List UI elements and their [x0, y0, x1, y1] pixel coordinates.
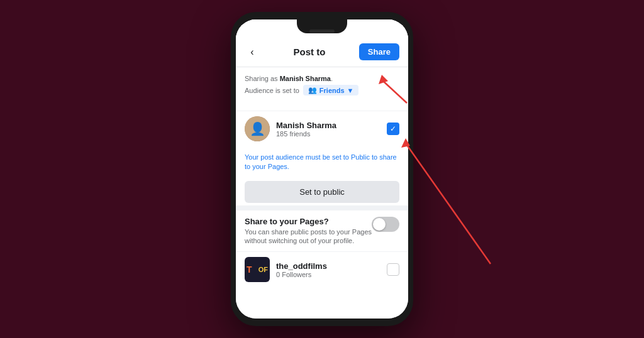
user-name: Manish Sharma — [276, 121, 387, 130]
audience-selector[interactable]: 👥 Friends ▼ — [303, 85, 359, 95]
user-friends: 185 friends — [276, 130, 387, 138]
pages-toggle[interactable] — [372, 217, 399, 232]
user-row[interactable]: Manish Sharma 185 friends ✓ — [236, 111, 408, 146]
friends-icon: 👥 — [308, 86, 317, 94]
page-logo — [245, 257, 270, 282]
audience-label: Audience is set to — [245, 87, 299, 94]
audience-row: Audience is set to 👥 Friends ▼ — [245, 85, 399, 95]
user-checkbox[interactable]: ✓ — [387, 123, 399, 135]
phone-frame: ‹ Post to Share Sharing as Manish Sharma… — [231, 12, 413, 326]
phone-speaker — [309, 30, 335, 33]
page-name: the_oddfilms — [276, 261, 387, 271]
audience-value: Friends — [319, 87, 345, 94]
pages-desc: You can share public posts to your Pages… — [245, 227, 372, 246]
pages-text: Share to your Pages? You can share publi… — [245, 217, 372, 246]
page-info: the_oddfilms 0 Followers — [276, 261, 387, 278]
page-checkbox[interactable] — [387, 263, 399, 276]
sharing-as-text: Sharing as Manish Sharma. — [245, 75, 399, 82]
toggle-knob — [373, 218, 386, 231]
avatar — [245, 116, 270, 141]
svg-line-2 — [406, 143, 491, 264]
warning-text: Your post audience must be set to Public… — [236, 146, 408, 178]
pages-header: Share to your Pages? You can share publi… — [245, 217, 399, 246]
avatar-image — [245, 116, 270, 141]
page-item[interactable]: the_oddfilms 0 Followers — [236, 251, 408, 287]
pages-title: Share to your Pages? — [245, 217, 372, 226]
screen-content: ‹ Post to Share Sharing as Manish Sharma… — [236, 19, 408, 319]
pages-section: Share to your Pages? You can share publi… — [236, 205, 408, 252]
page-followers: 0 Followers — [276, 271, 387, 278]
set-public-button[interactable]: Set to public — [245, 181, 399, 203]
chevron-down-icon: ▼ — [347, 87, 354, 94]
share-button[interactable]: Share — [359, 43, 399, 60]
phone-screen: ‹ Post to Share Sharing as Manish Sharma… — [236, 19, 408, 319]
back-button[interactable]: ‹ — [245, 45, 260, 60]
sharing-info: Sharing as Manish Sharma. Audience is se… — [236, 67, 408, 111]
page-title: Post to — [294, 46, 326, 57]
phone-mockup: ‹ Post to Share Sharing as Manish Sharma… — [231, 12, 413, 326]
user-info: Manish Sharma 185 friends — [276, 121, 387, 138]
phone-notch — [297, 19, 347, 33]
